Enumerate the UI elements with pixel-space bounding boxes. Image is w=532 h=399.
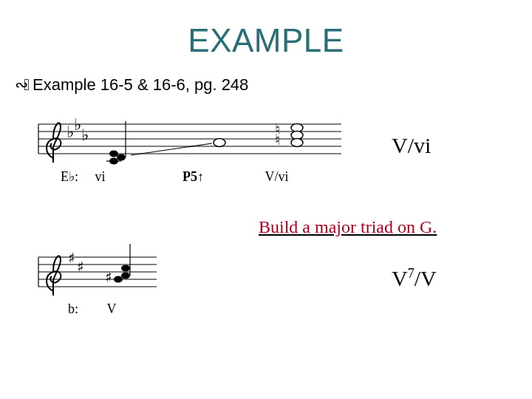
page-title: EXAMPLE	[30, 22, 502, 59]
caption-text: Build a major triad on G.	[259, 217, 437, 237]
svg-point-22	[121, 265, 130, 272]
interval-label: P5↑	[183, 169, 204, 185]
svg-point-23	[121, 273, 130, 279]
bullet-row:  ∾ Example 16-5 & 16-6, pg. 248	[24, 75, 502, 95]
annotation-suffix: /V	[415, 266, 437, 290]
flat-icon: ♭	[74, 115, 81, 134]
natural-icon: ♮	[275, 132, 280, 148]
annotation-sup: 7	[408, 266, 415, 281]
chord-label: V	[107, 301, 117, 317]
sharp-icon: ♯	[68, 250, 75, 266]
svg-point-6	[109, 151, 118, 157]
chord-label: vi	[95, 169, 106, 185]
sharp-icon: ♯	[77, 259, 84, 275]
music-figure-1: ♭ ♭ ♭ ♮ ♮ E♭: vi P5↑ V/vi	[31, 111, 356, 207]
annotation-v-vi: V/vi	[392, 133, 431, 158]
bullet-text: Example 16-5 & 16-6, pg. 248	[33, 75, 248, 95]
svg-point-24	[114, 276, 123, 283]
slide: EXAMPLE  ∾ Example 16-5 & 16-6, pg. 248…	[0, 0, 532, 399]
figure1-labels: E♭: vi P5↑ V/vi	[31, 168, 289, 185]
flat-icon: ♭	[81, 126, 89, 144]
sharp-icon: ♯	[105, 269, 112, 285]
svg-point-8	[117, 154, 126, 161]
key-label: E♭:	[61, 168, 78, 185]
annotation-v7-v: V7/V	[392, 266, 437, 291]
flat-icon: ♭	[66, 123, 74, 141]
svg-point-15	[291, 139, 303, 147]
svg-point-12	[214, 139, 225, 147]
chord-label: V/vi	[265, 169, 289, 185]
script-bullet-icon: ∾	[15, 77, 28, 93]
figure2-labels: b: V	[31, 301, 117, 317]
annotation-prefix: V	[392, 266, 408, 290]
music-figure-2: ♯ ♯ ♯ b: V	[31, 244, 356, 332]
key-label: b:	[68, 301, 78, 317]
